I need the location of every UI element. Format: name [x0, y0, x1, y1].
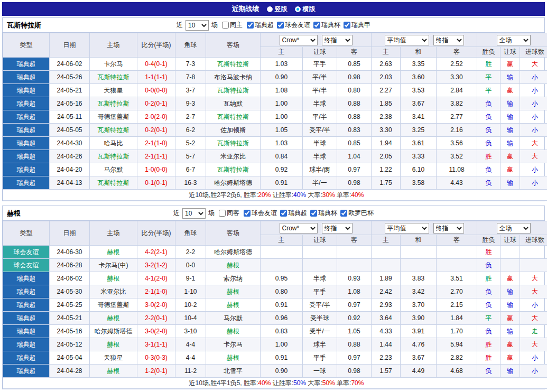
result-scope-select[interactable]: 全场: [497, 223, 531, 234]
league-badge: 瑞典超: [3, 110, 50, 124]
cell-asian-home-odds: 0.91: [261, 176, 303, 190]
cell-home-team: 卡尔马(中): [90, 259, 137, 272]
cell-euro-draw-odds: 3.41: [401, 110, 437, 124]
cell-corners: 5-7: [175, 150, 206, 163]
cell-result: 胜: [477, 58, 500, 71]
result-scope-header: 全场: [477, 33, 547, 47]
layout-option-horizontal[interactable]: 横版: [295, 5, 316, 14]
cell-euro-away-odds: 11.08: [437, 163, 477, 176]
cell-asian-away-odds: 0.97: [337, 351, 372, 365]
radio-horizontal-label: 横版: [303, 5, 316, 14]
asian-odds-provider-select[interactable]: Crow*: [280, 35, 318, 45]
cell-euro-away-odds: 2.82: [437, 351, 477, 365]
cell-handicap-result: 输: [500, 325, 520, 338]
cell-goals-result: 大: [520, 338, 547, 351]
same-side-filter[interactable]: 同客: [216, 209, 239, 218]
subcol-result: 胜负: [477, 47, 500, 58]
cell-score: 0-2(0-1): [137, 97, 175, 110]
cell-date: 24-05-21: [50, 312, 90, 325]
cell-asian-handicap: 受半球: [303, 312, 337, 325]
league-filter-checkbox[interactable]: [280, 210, 287, 217]
league-filter[interactable]: 欧罗巴杯: [337, 209, 374, 218]
euro-odds-stage-select[interactable]: 终指: [433, 223, 464, 234]
league-filter-group: 球会友谊瑞典超瑞典杯欧罗巴杯: [240, 209, 374, 218]
league-badge: 瑞典超: [3, 58, 50, 71]
cell-handicap-result: 赢: [500, 163, 520, 176]
league-filter[interactable]: 球会友谊: [274, 21, 310, 30]
cell-euro-home-odds: 2.42: [372, 285, 401, 298]
col-header-date: 日期: [50, 33, 90, 58]
league-filter-checkbox[interactable]: [310, 210, 317, 217]
cell-score: 1-0(0-0): [137, 163, 175, 176]
cell-asian-handicap: 球半: [303, 338, 337, 351]
league-filter[interactable]: 瑞典杯: [310, 21, 340, 30]
euro-odds-provider-select[interactable]: 平均值: [385, 223, 429, 234]
league-filter-checkbox[interactable]: [313, 22, 320, 29]
league-filter[interactable]: 瑞典杯: [307, 209, 337, 218]
cell-corners: 0-0: [175, 259, 206, 272]
league-badge: 球会友谊: [3, 259, 50, 272]
cell-asian-away-odds: 1.05: [337, 325, 372, 338]
result-scope-select[interactable]: 全场: [497, 35, 531, 45]
asian-odds-stage-select[interactable]: 终指: [322, 35, 353, 45]
same-side-filter[interactable]: 同主: [219, 21, 243, 30]
cell-asian-handicap: 平/半: [303, 110, 337, 124]
league-filter-checkbox[interactable]: [277, 22, 284, 29]
league-filter[interactable]: 球会友谊: [240, 209, 277, 218]
cell-asian-handicap: 半球: [303, 97, 337, 110]
match-count-select[interactable]: 10: [182, 208, 206, 219]
same-side-checkbox[interactable]: [219, 210, 226, 217]
cell-corners: 7-3: [175, 58, 206, 71]
match-row: 瑞典超24-06-02卡尔马0-4(0-1)7-3瓦斯特拉斯1.03平手0.85…: [3, 58, 547, 71]
league-badge: 瑞典超: [3, 176, 50, 190]
asian-odds-provider-select[interactable]: Crow*: [280, 223, 318, 234]
league-filter[interactable]: 瑞典超: [244, 21, 274, 30]
cell-goals-result: 小: [520, 298, 547, 312]
cell-asian-handicap: 受半/一: [303, 325, 337, 338]
team-name: 赫根: [7, 209, 21, 218]
euro-odds-stage-select[interactable]: 终指: [433, 35, 464, 45]
league-badge: 球会友谊: [3, 246, 50, 259]
radio-vertical-icon[interactable]: [267, 6, 273, 12]
cell-euro-away-odds: 2.77: [437, 110, 477, 124]
summary-segment: 单率:: [335, 191, 351, 199]
league-filter[interactable]: 瑞典甲: [340, 21, 370, 30]
cell-score: 0-2(0-1): [137, 124, 175, 137]
col-header-score: 比分(半场): [137, 221, 175, 246]
subcol-goals-result: 进球数: [520, 235, 547, 246]
cell-date: 24-05-21: [50, 84, 90, 97]
cell-score: 0-1(0-1): [137, 176, 175, 190]
euro-odds-provider-select[interactable]: 平均值: [385, 35, 429, 45]
cell-euro-draw-odds: 3.90: [401, 312, 437, 325]
cell-euro-draw-odds: 3.70: [401, 298, 437, 312]
league-filter-checkbox[interactable]: [244, 210, 251, 217]
cell-score: 2-2(0-1): [137, 312, 175, 325]
cell-handicap-result: 赢: [500, 272, 520, 285]
league-filter-checkbox[interactable]: [247, 22, 254, 29]
league-filter-checkbox[interactable]: [340, 210, 347, 217]
cell-euro-draw-odds: 3.67: [401, 97, 437, 110]
cell-result: 胜: [477, 272, 500, 285]
same-side-checkbox[interactable]: [222, 22, 229, 29]
cell-result: 负: [477, 97, 500, 110]
cell-away-team: 瓦纳默: [206, 97, 261, 110]
match-count-select[interactable]: 10: [186, 20, 209, 31]
cell-euro-home-odds: 2.63: [372, 58, 401, 71]
cell-euro-away-odds: 2.15: [437, 298, 477, 312]
cell-score: 2-0(2-0): [137, 110, 175, 124]
cell-goals-result: 大: [520, 272, 547, 285]
asian-odds-stage-select[interactable]: 终指: [322, 223, 353, 234]
cell-euro-home-odds: 2.93: [372, 298, 401, 312]
cell-handicap-result: 赢: [500, 312, 520, 325]
cell-asian-handicap: 受平/半: [303, 124, 337, 137]
league-filter-checkbox[interactable]: [344, 22, 350, 29]
cell-euro-away-odds: 3.56: [437, 137, 477, 150]
cell-handicap-result: 输: [500, 71, 520, 84]
page-title: 近期战绩: [232, 4, 259, 14]
cell-asian-handicap: 平手: [303, 351, 337, 365]
asian-odds-header: Crow* 终指: [261, 33, 372, 47]
layout-option-vertical[interactable]: 竖版: [267, 5, 288, 14]
cell-euro-home-odds: [372, 246, 401, 259]
league-filter[interactable]: 瑞典超: [277, 209, 307, 218]
radio-horizontal-icon[interactable]: [295, 6, 301, 12]
